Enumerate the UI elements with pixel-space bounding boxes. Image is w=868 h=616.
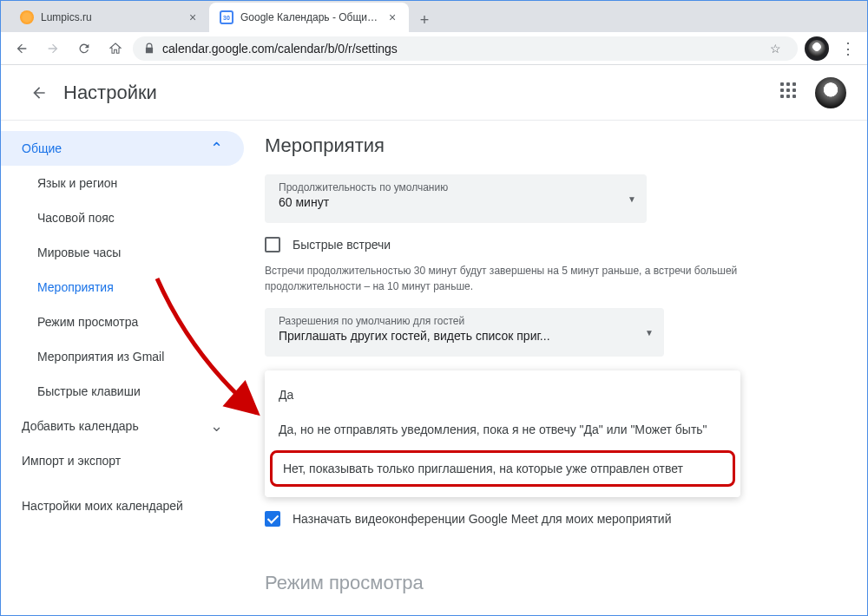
dropdown-label: Продолжительность по умолчанию — [279, 181, 612, 193]
page-title: Настройки — [63, 82, 157, 104]
browser-menu-button[interactable]: ⋮ — [836, 39, 860, 58]
settings-back-button[interactable] — [22, 75, 56, 110]
tab-title: Lumpics.ru — [41, 11, 180, 23]
tab-close-icon[interactable]: × — [187, 11, 199, 23]
dropdown-value: 60 минут — [279, 195, 612, 209]
nav-forward-button[interactable] — [39, 35, 67, 62]
bookmark-star-icon[interactable]: ☆ — [763, 42, 787, 56]
default-duration-dropdown[interactable]: Продолжительность по умолчанию 60 минут … — [265, 174, 647, 223]
settings-sidebar: Общие ⌃ Язык и регион Часовой пояс Миров… — [1, 121, 244, 605]
invite-option-yes[interactable]: Да — [265, 377, 740, 412]
browser-tab-gcal[interactable]: Google Календарь - Общие нас × — [209, 3, 409, 32]
speedy-meetings-checkbox[interactable] — [265, 237, 280, 252]
sidebar-section-my-calendars: Настройки моих календарей — [1, 478, 244, 520]
speedy-meetings-hint: Встречи продолжительностью 30 минут буду… — [265, 263, 751, 294]
content-area: Общие ⌃ Язык и регион Часовой пояс Миров… — [1, 121, 867, 605]
nav-reload-button[interactable] — [70, 35, 98, 62]
new-tab-button[interactable]: + — [412, 8, 437, 32]
sidebar-section-general[interactable]: Общие ⌃ — [1, 131, 244, 166]
browser-profile-button[interactable] — [805, 36, 829, 61]
dropdown-label: Разрешения по умолчанию для гостей — [279, 315, 629, 327]
dropdown-arrow-icon: ▼ — [628, 194, 636, 204]
checkbox-label: Быстрые встречи — [293, 238, 391, 252]
address-bar-row: calendar.google.com/calendar/b/0/r/setti… — [1, 32, 867, 65]
tab-title: Google Календарь - Общие нас — [240, 11, 379, 23]
speedy-meetings-row: Быстрые встречи — [265, 237, 832, 252]
main-panel: Мероприятия Продолжительность по умолчан… — [244, 121, 867, 605]
google-apps-button[interactable] — [780, 82, 801, 103]
sidebar-item-events[interactable]: Мероприятия — [1, 270, 244, 305]
browser-tab-lumpics[interactable]: Lumpics.ru × — [10, 3, 209, 32]
sidebar-item-language[interactable]: Язык и регион — [1, 166, 244, 200]
address-bar[interactable]: calendar.google.com/calendar/b/0/r/setti… — [133, 36, 798, 61]
account-avatar[interactable] — [815, 77, 846, 108]
section-title-viewmode: Режим просмотра — [265, 572, 832, 594]
google-meet-checkbox[interactable] — [265, 511, 280, 527]
chevron-down-icon: ⌄ — [210, 416, 223, 436]
window-frame: Lumpics.ru × Google Календарь - Общие на… — [0, 0, 868, 616]
tab-close-icon[interactable]: × — [386, 11, 398, 23]
favicon-lumpics — [20, 10, 34, 24]
sidebar-label: Общие — [22, 141, 62, 155]
url-text: calendar.google.com/calendar/b/0/r/setti… — [162, 42, 756, 56]
sidebar-item-worldclock[interactable]: Мировые часы — [1, 235, 244, 270]
sidebar-item-import-export[interactable]: Импорт и экспорт — [1, 443, 244, 478]
avatar-icon — [808, 40, 825, 57]
nav-back-button[interactable] — [8, 35, 36, 62]
chevron-up-icon: ⌃ — [210, 139, 223, 158]
invite-option-no[interactable]: Нет, показывать только приглашения, на к… — [270, 450, 735, 487]
sidebar-item-timezone[interactable]: Часовой пояс — [1, 200, 244, 235]
nav-home-button[interactable] — [102, 35, 129, 62]
lock-icon — [143, 43, 155, 55]
app-header: Настройки — [1, 65, 867, 121]
dropdown-arrow-icon: ▼ — [645, 328, 654, 337]
dropdown-value: Приглашать других гостей, видеть список … — [279, 329, 629, 343]
sidebar-item-shortcuts[interactable]: Быстрые клавиши — [1, 374, 244, 409]
invite-option-yes-no-notify[interactable]: Да, но не отправлять уведомления, пока я… — [265, 412, 740, 447]
sidebar-item-gmail-events[interactable]: Мероприятия из Gmail — [1, 339, 244, 374]
invitations-dropdown-menu: Да Да, но не отправлять уведомления, пок… — [265, 370, 740, 497]
favicon-gcal — [220, 10, 233, 24]
sidebar-item-add-calendar[interactable]: Добавить календарь ⌄ — [1, 409, 244, 443]
sidebar-item-viewmode[interactable]: Режим просмотра — [1, 305, 244, 339]
section-title-events: Мероприятия — [265, 134, 832, 157]
checkbox-label: Назначать видеоконференции Google Meet д… — [293, 512, 671, 526]
guest-permissions-dropdown[interactable]: Разрешения по умолчанию для гостей Пригл… — [265, 308, 664, 357]
google-meet-row: Назначать видеоконференции Google Meet д… — [265, 511, 832, 527]
browser-tabs: Lumpics.ru × Google Календарь - Общие на… — [1, 1, 867, 32]
